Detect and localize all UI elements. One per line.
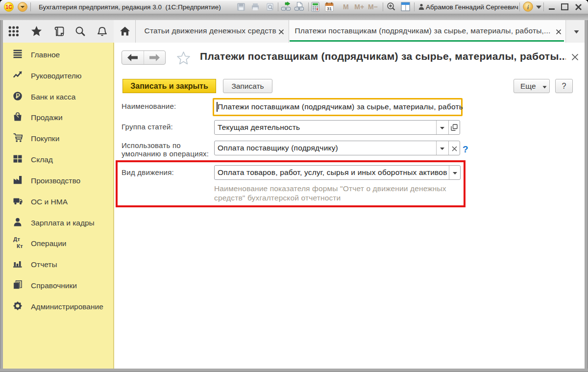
svg-text:31: 31 (327, 6, 332, 11)
svg-text:i: i (527, 3, 529, 11)
svg-text:1С: 1С (6, 4, 12, 10)
